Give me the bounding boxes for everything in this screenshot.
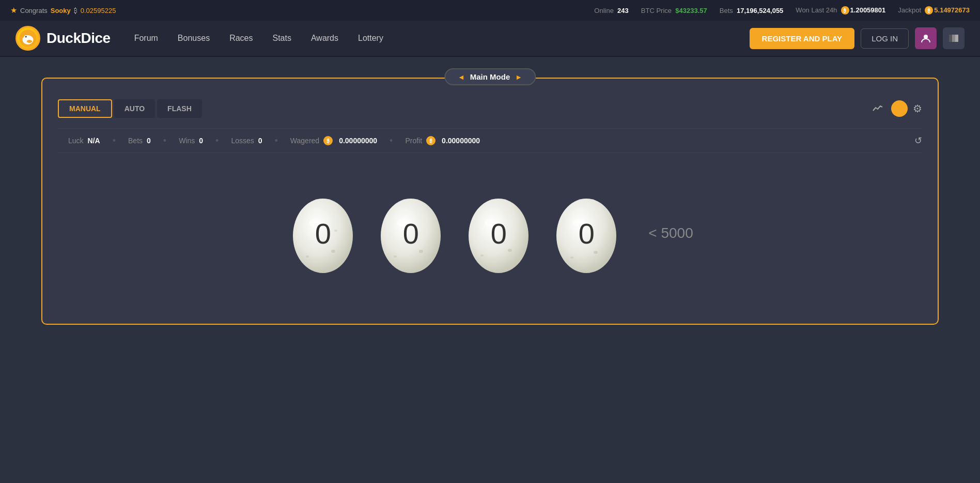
wagered-value: 0.00000000 [339, 137, 377, 145]
btc-icon-wagered: ₿ [323, 136, 333, 145]
svg-point-21 [508, 249, 512, 252]
btc-price: BTC Price $43233.57 [641, 7, 707, 14]
threshold-display: < 5000 [648, 225, 693, 242]
main-nav: Forum Bonuses Races Stats Awards Lottery [126, 29, 750, 47]
bets-value: 0 [147, 137, 151, 145]
bets-label: Bets [128, 137, 143, 145]
dot-3: • [215, 135, 219, 146]
svg-point-3 [25, 36, 27, 38]
egg-3 [462, 189, 535, 277]
game-panel: ◄ Main Mode ► MANUAL AUTO FLASH [41, 78, 939, 325]
svg-point-16 [397, 219, 409, 227]
svg-point-14 [334, 230, 337, 232]
dice-1[interactable]: 0 [287, 189, 359, 277]
wins-label: Wins [179, 137, 195, 145]
mode-arrow-left[interactable]: ◄ [458, 73, 465, 81]
header: DuckDice Forum Bonuses Races Stats Award… [0, 21, 980, 57]
mode-badge: ◄ Main Mode ► [444, 68, 536, 85]
nav-lottery[interactable]: Lottery [350, 29, 392, 47]
dot-1: • [113, 135, 116, 146]
chart-icon-button[interactable] [869, 100, 886, 117]
stats-row: Luck N/A • Bets 0 • Wins 0 • Losses 0 [58, 128, 922, 153]
svg-point-23 [556, 199, 616, 273]
tab-manual[interactable]: MANUAL [58, 99, 112, 118]
svg-point-1 [23, 35, 34, 44]
user-icon-button[interactable] [915, 27, 937, 49]
svg-rect-6 [949, 35, 952, 42]
congrats-username: Sooky [51, 7, 71, 14]
refresh-button[interactable]: ↺ [914, 135, 922, 146]
stat-luck: Luck N/A [58, 137, 111, 145]
svg-point-22 [480, 254, 484, 256]
congrats-amount: 0.02595225 [81, 7, 116, 14]
svg-point-26 [570, 256, 573, 259]
egg-toggle-button[interactable] [891, 100, 908, 117]
wagered-label: Wagered [290, 137, 319, 145]
game-area: 0 [58, 169, 922, 308]
svg-point-25 [594, 251, 598, 254]
nav-forum[interactable]: Forum [126, 29, 166, 47]
stat-wins: Wins 0 [168, 137, 213, 145]
btc-icon-profit: ₿ [426, 136, 435, 145]
losses-value: 0 [258, 137, 262, 145]
svg-point-5 [924, 35, 928, 39]
jackpot: Jackpot ₿5.14972673 [898, 6, 970, 15]
stat-profit: Profit ₿ 0.00000000 [395, 136, 490, 145]
dice-2[interactable]: 0 [375, 189, 447, 277]
mode-label: Main Mode [470, 72, 510, 81]
nav-races[interactable]: Races [221, 29, 261, 47]
svg-point-19 [469, 199, 528, 273]
wins-value: 0 [199, 137, 203, 145]
losses-label: Losses [231, 137, 254, 145]
svg-rect-8 [955, 35, 958, 42]
game-tabs: MANUAL AUTO FLASH [58, 99, 202, 118]
dice-3[interactable]: 0 [462, 189, 535, 277]
svg-point-15 [381, 199, 441, 273]
nav-stats[interactable]: Stats [264, 29, 299, 47]
bets-count: Bets 17,196,524,055 [720, 7, 784, 14]
svg-point-11 [309, 219, 321, 227]
tab-tools: ⚙ [869, 100, 922, 117]
profit-value: 0.00000000 [442, 137, 480, 145]
nav-bonuses[interactable]: Bonuses [169, 29, 218, 47]
online-label: Online 243 [594, 7, 629, 14]
stat-losses: Losses 0 [221, 137, 272, 145]
won-last-24h: Won Last 24h ₿1.20059801 [796, 6, 885, 15]
egg-1 [287, 189, 359, 277]
logo-text: DuckDice [46, 30, 111, 47]
top-bar: ★ Congrats Sooky ₿ 0.02595225 Online 243… [0, 0, 980, 21]
luck-label: Luck [68, 137, 84, 145]
stat-wagered: Wagered ₿ 0.00000000 [280, 136, 387, 145]
svg-point-9 [896, 104, 903, 114]
egg-2 [375, 189, 447, 277]
congrats-section: ★ Congrats Sooky ₿ 0.02595225 [10, 6, 116, 15]
btc-icon-small: ₿ [74, 7, 77, 14]
svg-rect-7 [952, 35, 955, 42]
flag-icon-button[interactable] [943, 27, 965, 49]
login-button[interactable]: LOG IN [861, 28, 909, 49]
svg-point-10 [293, 199, 353, 273]
settings-button[interactable]: ⚙ [913, 102, 922, 115]
svg-point-4 [27, 40, 33, 43]
dot-4: • [275, 135, 278, 146]
svg-point-24 [572, 219, 585, 227]
dice-4[interactable]: 0 [550, 189, 623, 277]
svg-point-12 [331, 250, 335, 253]
dot-2: • [163, 135, 166, 146]
main-content: ◄ Main Mode ► MANUAL AUTO FLASH [0, 57, 980, 335]
btc-icon-won: ₿ [841, 6, 849, 14]
nav-awards[interactable]: Awards [303, 29, 347, 47]
dot-5: • [390, 135, 393, 146]
egg-4 [550, 189, 623, 277]
header-right: REGISTER AND PLAY LOG IN [750, 27, 965, 49]
mode-arrow-right[interactable]: ► [515, 73, 522, 81]
svg-point-17 [419, 250, 423, 253]
tabs-row: MANUAL AUTO FLASH ⚙ [58, 99, 922, 118]
luck-value: N/A [88, 137, 100, 145]
logo-icon [15, 26, 40, 51]
congrats-label: Congrats [20, 7, 48, 14]
tab-flash[interactable]: FLASH [157, 99, 202, 118]
register-button[interactable]: REGISTER AND PLAY [750, 28, 855, 49]
tab-auto[interactable]: AUTO [114, 99, 155, 118]
logo[interactable]: DuckDice [15, 26, 111, 51]
